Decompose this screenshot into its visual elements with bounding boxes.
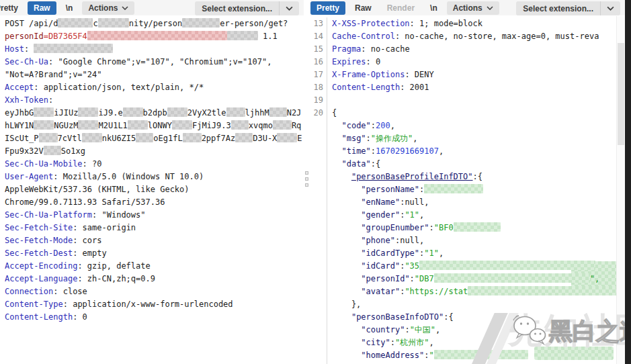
request-line: AppleWebKit/537.36 (KHTML, like Gecko) bbox=[5, 183, 304, 196]
request-line: Sec-Fetch-Mode: cors bbox=[5, 234, 304, 247]
tab-newline-request[interactable]: \n bbox=[60, 1, 79, 15]
redacted-text bbox=[44, 146, 61, 155]
chevron-down-icon bbox=[280, 1, 299, 15]
request-line: "Not=A?Brand";v="24" bbox=[5, 69, 304, 81]
actions-button-response[interactable]: Actions bbox=[447, 1, 499, 15]
request-line: personId=DB7365F4 1.1 bbox=[5, 30, 304, 43]
chevron-down-icon bbox=[601, 1, 620, 15]
request-line: User-Agent: Mozilla/5.0 (Windows NT 10.0… bbox=[5, 171, 304, 183]
line-number: 18 bbox=[310, 81, 327, 94]
line-number bbox=[310, 311, 327, 324]
response-line: "time":1670291669107, bbox=[310, 145, 616, 158]
response-line: "personId":"DB7", bbox=[310, 273, 616, 285]
redacted-text bbox=[78, 120, 98, 130]
line-number: 20 bbox=[310, 107, 327, 120]
line-number: 14 bbox=[310, 30, 327, 43]
tab-render-response[interactable]: Render bbox=[381, 1, 421, 15]
line-number bbox=[310, 196, 327, 209]
request-line: POST /api/dcnity/personer-person/get? bbox=[5, 17, 304, 30]
line-number: 13 bbox=[310, 17, 327, 30]
response-line: "data":{ bbox=[310, 158, 616, 171]
response-line: "gender":"1", bbox=[310, 209, 616, 222]
redacted-text bbox=[34, 44, 113, 53]
response-line: 13X-XSS-Protection: 1; mode=block bbox=[310, 17, 616, 30]
redacted-text bbox=[424, 184, 483, 193]
request-line: Content-Type: application/x-www-form-url… bbox=[5, 298, 304, 311]
line-number bbox=[310, 171, 327, 183]
request-line: hLWY1NNGUzMM2U1L1lONWYFjMiJ9.3xvqmoRq bbox=[5, 120, 304, 132]
select-extension-dropdown-request[interactable]: Select extension... bbox=[195, 1, 299, 15]
response-line: 17X-Frame-Options: DENY bbox=[310, 69, 616, 81]
scrollbar-thumb[interactable] bbox=[618, 43, 624, 145]
line-number bbox=[310, 324, 327, 336]
line-number bbox=[310, 132, 327, 145]
request-line: Content-Length: 0 bbox=[5, 311, 304, 324]
tab-raw-response[interactable]: Raw bbox=[349, 1, 378, 15]
redacted-text bbox=[39, 133, 58, 142]
redacted-text bbox=[226, 107, 245, 117]
redacted-text bbox=[87, 31, 227, 40]
request-line: Host: bbox=[5, 43, 304, 56]
response-viewer[interactable]: 13X-XSS-Protection: 1; mode=block14Cache… bbox=[310, 16, 616, 364]
redacted-text bbox=[183, 133, 202, 142]
request-line: IScUt_P7cVtlnkU6ZI5oEg1fL2ppf7AzD3U-XE bbox=[5, 132, 304, 145]
line-number bbox=[310, 285, 327, 298]
request-line: Accept-Language: zh-CN,zh;q=0.9 bbox=[5, 273, 304, 285]
request-line: Fpu9x32VSo1xg bbox=[5, 145, 304, 158]
response-line: 16Expires: 0 bbox=[310, 56, 616, 69]
request-line: Accept: application/json, text/plain, */… bbox=[5, 81, 304, 94]
response-line: "idCard":"35 bbox=[310, 260, 616, 273]
request-line: eyJhbGiJIUziJ9.eb2dpb2VyX2tleljhhMN2J bbox=[5, 107, 304, 120]
line-number bbox=[310, 120, 327, 132]
response-line: "phone":null, bbox=[310, 234, 616, 247]
line-number: 15 bbox=[310, 43, 327, 56]
response-line: "avatar":"https://stat bbox=[310, 285, 616, 298]
line-number bbox=[310, 145, 327, 158]
request-line: Xxh-Token: bbox=[5, 94, 304, 107]
tab-pretty-response[interactable]: Pretty bbox=[310, 1, 345, 15]
burp-message-editor: Pretty Raw \n Actions Select extension..… bbox=[0, 0, 631, 364]
response-line: "personBaseProfileInfDTO":{ bbox=[310, 171, 616, 183]
select-extension-dropdown-response[interactable]: Select extension... bbox=[516, 1, 620, 15]
line-number bbox=[310, 247, 327, 260]
line-number: 19 bbox=[310, 94, 327, 107]
actions-label: Actions bbox=[453, 3, 482, 13]
chevron-down-icon bbox=[122, 6, 128, 10]
line-number bbox=[310, 273, 327, 285]
redacted-text bbox=[434, 273, 590, 283]
response-line: "homeAddress":" bbox=[310, 349, 616, 362]
tab-raw-request[interactable]: Raw bbox=[28, 1, 56, 15]
request-line: Sec-Ch-Ua-Platform: "Windows" bbox=[5, 209, 304, 222]
response-line: 19 bbox=[310, 94, 616, 107]
response-line: 20{ bbox=[310, 107, 616, 120]
actions-button-request[interactable]: Actions bbox=[82, 1, 134, 15]
select-extension-label: Select extension... bbox=[195, 1, 280, 15]
response-line: "personBaseInfoDTO":{ bbox=[310, 311, 616, 324]
line-number bbox=[310, 336, 327, 349]
redacted-text bbox=[269, 107, 287, 117]
request-line: Accept-Encoding: gzip, deflate bbox=[5, 260, 304, 273]
response-line: 15Pragma: no-cache bbox=[310, 43, 616, 56]
response-scrollbar[interactable] bbox=[616, 16, 625, 364]
request-line: Sec-Ch-Ua-Mobile: ?0 bbox=[5, 158, 304, 171]
actions-label: Actions bbox=[88, 3, 118, 13]
line-number bbox=[310, 158, 327, 171]
tab-newline-response[interactable]: \n bbox=[424, 1, 444, 15]
redacted-text bbox=[235, 133, 253, 142]
response-line: "code":200, bbox=[310, 120, 616, 132]
redacted-text bbox=[227, 31, 258, 40]
line-number bbox=[310, 298, 327, 311]
redacted-text bbox=[273, 120, 292, 130]
pane-splitter-grip[interactable] bbox=[303, 171, 310, 193]
redacted-text bbox=[434, 350, 528, 359]
line-number bbox=[310, 183, 327, 196]
line-number bbox=[310, 209, 327, 222]
response-line: "country":"中国", bbox=[310, 324, 616, 336]
tab-pretty-request[interactable]: Pretty bbox=[0, 1, 24, 15]
response-line: }, bbox=[310, 298, 616, 311]
request-editor[interactable]: POST /api/dcnity/personer-person/get?per… bbox=[0, 16, 304, 364]
request-line: Sec-Fetch-Dest: empty bbox=[5, 247, 304, 260]
request-toolbar: Pretty Raw \n Actions Select extension..… bbox=[0, 0, 304, 15]
redacted-text bbox=[277, 133, 297, 142]
redacted-text bbox=[128, 120, 148, 130]
